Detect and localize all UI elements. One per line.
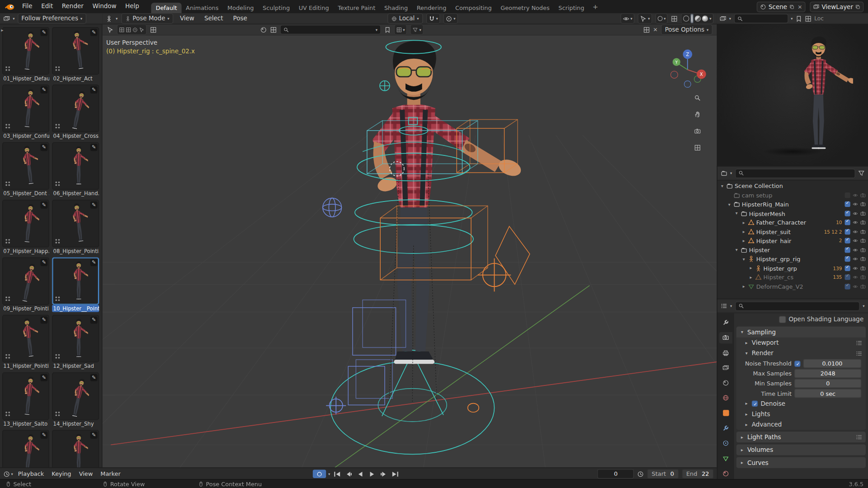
pose-options-dropdown[interactable]: Pose Options ▾ [661,24,712,35]
asset-filter-dropdown[interactable]: Follow Preferences ▾ [18,13,86,23]
outliner-item-label[interactable]: HipsterRig_Main [742,201,840,208]
viewport-search[interactable]: ▾ [280,25,381,34]
pose-thumbnail[interactable]: ✎ 16_Hipster_Sstt 01 [52,430,99,467]
preview-search[interactable] [734,14,788,23]
tab-tool[interactable] [719,317,732,328]
chevron-down-icon[interactable]: ▾ [863,304,864,308]
play-button[interactable] [367,470,377,478]
hide-eye-icon[interactable] [853,202,858,207]
fullscreen-icon[interactable] [643,26,650,33]
exclude-checkbox[interactable] [845,202,850,207]
timeline-menu-item[interactable]: Playback [14,468,48,480]
view-menu[interactable]: View [177,13,198,24]
max-samples-field[interactable]: 2048 [794,369,861,378]
outliner-row[interactable]: ▸ DeformCage_V2 [717,282,868,291]
tab-render[interactable] [719,332,732,343]
expand-caret-icon[interactable]: ▸ [741,220,746,225]
jump-to-end-button[interactable] [391,470,400,478]
current-frame-field[interactable]: 0 [598,469,634,479]
edit-pose-icon[interactable]: ✎ [40,316,47,324]
filter-dropdown[interactable]: ▾ [410,24,424,35]
bookmark-icon[interactable] [384,26,391,33]
hide-eye-icon[interactable] [853,247,858,253]
material-shading-icon[interactable] [695,15,701,21]
menu-item[interactable]: Help [121,0,143,13]
disable-render-icon[interactable] [860,229,866,235]
outliner-item-label[interactable]: Scene Collection [735,183,840,189]
chevron-down-icon[interactable]: ▾ [709,16,711,21]
tab-modifiers[interactable] [719,422,732,434]
new-viewlayer-icon[interactable] [855,4,860,9]
pose-thumbnail-image[interactable]: ✎ [52,315,99,362]
preview-search-input[interactable] [745,15,785,22]
disable-render-icon[interactable] [860,275,866,280]
viewport-search-input[interactable] [291,26,373,33]
menu-item[interactable]: Window [88,0,121,13]
viewport-scene[interactable] [103,35,717,467]
proportional-edit-icon[interactable] [446,15,453,22]
properties-search-input[interactable] [746,303,857,310]
outliner-row[interactable]: ▾ HipsterMesh [717,209,868,218]
menu-item[interactable]: Edit [37,0,57,13]
region-toggle-arrow-icon[interactable]: ▸ [1,28,3,33]
workspace-tab[interactable]: UV Editing [294,3,334,13]
expand-caret-icon[interactable]: ▸ [741,238,746,243]
edit-pose-icon[interactable]: ✎ [90,374,98,381]
zoom-button[interactable] [691,92,703,104]
exclude-checkbox[interactable] [845,211,850,216]
mode-dropdown[interactable]: Pose Mode ▾ [121,13,174,23]
pose-thumbnail[interactable]: ✎ 10_Hipster__Point... [52,257,99,312]
timeline-menu-item[interactable]: View [75,468,97,480]
pose-thumbnail[interactable]: ✎ 01_Hipster_Default [2,27,49,82]
hide-eye-icon[interactable] [853,211,858,216]
advanced-subpanel-header[interactable]: ▸ Advanced [736,419,866,430]
edit-pose-icon[interactable]: ✎ [90,86,98,94]
tab-material[interactable] [719,468,732,479]
light-paths-header[interactable]: ▸ Light Paths [736,432,866,442]
exclude-checkbox[interactable] [845,192,850,198]
edit-pose-icon[interactable]: ✎ [90,144,98,151]
outliner-item-label[interactable]: Hipster_suit [756,228,822,235]
pose-thumbnail[interactable]: ✎ 05_Hipster_Dont ... [2,142,49,197]
pose-thumbnail-image[interactable]: ✎ [2,315,49,362]
jump-to-start-button[interactable] [332,470,342,478]
pan-hand-button[interactable] [691,108,703,121]
chevron-down-icon[interactable]: ▾ [453,16,455,21]
lights-subpanel-header[interactable]: ▸ Lights [736,409,866,419]
box-select-icon[interactable] [126,27,131,32]
pose-thumbnail[interactable]: ✎ 12_Hipster_Sad [52,315,99,370]
edit-pose-icon[interactable]: ✎ [90,202,98,209]
menu-item[interactable]: Render [57,0,88,13]
pose-thumbnail-image[interactable]: ✎ [2,257,49,305]
outliner-row[interactable]: ▸ Hipster_cs 135 [717,273,868,282]
tab-view-layer[interactable] [719,362,732,374]
show-object-types-dropdown[interactable]: ▾ [621,13,635,23]
properties-editor-icon[interactable] [721,303,727,310]
exclude-checkbox[interactable] [845,247,850,253]
pose-thumbnail-image[interactable]: ✎ [2,430,49,467]
pose-thumbnail-image[interactable]: ✎ [52,430,99,467]
edit-pose-icon[interactable]: ✎ [40,202,47,209]
outliner-row[interactable]: ▾ Scene Collection [717,182,868,191]
noise-threshold-field[interactable]: 0.0100 [803,359,862,368]
time-limit-field[interactable]: 0 sec [794,389,861,398]
outliner-row[interactable]: ▾ Hipster [717,245,868,254]
outliner-row[interactable]: ▸ Hipster_hair 2 [717,236,868,245]
hide-eye-icon[interactable] [853,238,858,244]
expand-caret-icon[interactable]: ▸ [749,266,754,271]
pose-thumbnail-image[interactable]: ✎ [52,27,99,75]
end-frame-field[interactable]: End 22 [682,469,713,479]
disable-render-icon[interactable] [860,247,866,253]
viewport-editor-icon[interactable] [106,15,113,22]
outliner-row[interactable]: ▸ Hipster_grp 139 [717,263,868,272]
chevron-down-icon[interactable]: ▾ [328,472,330,476]
pose-thumbnail[interactable]: ✎ 13_Hipster_Salto [2,372,49,427]
hide-eye-icon[interactable] [853,229,858,235]
hide-eye-icon[interactable] [853,265,858,271]
axis-x-negative[interactable] [670,71,678,78]
chevron-down-icon[interactable]: ▾ [376,28,377,32]
outliner-row[interactable]: ▾ HipsterRig_Main [717,200,868,209]
exclude-checkbox[interactable] [845,284,850,289]
workspace-tab[interactable]: Rendering [412,3,451,13]
tab-physics[interactable] [719,438,732,449]
